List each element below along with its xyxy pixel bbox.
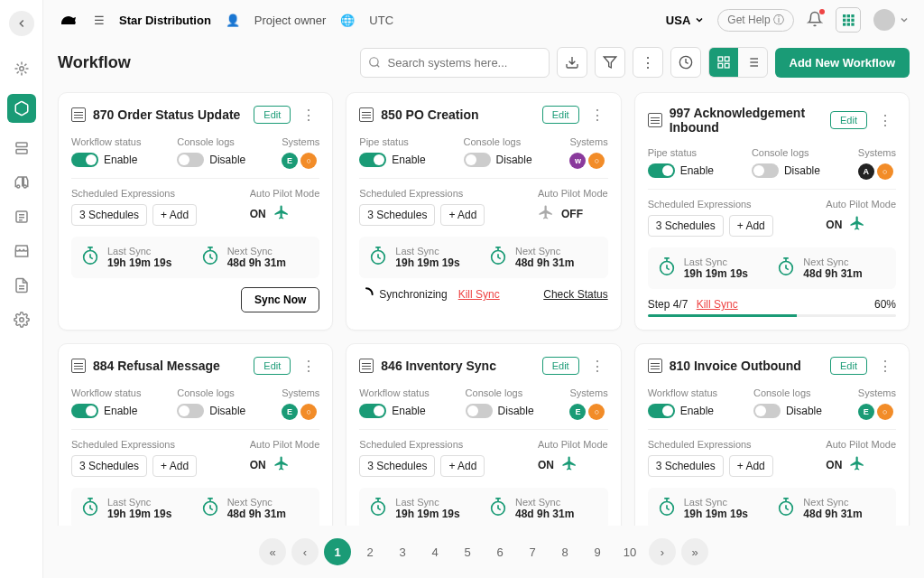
add-schedule-button[interactable]: + Add: [729, 455, 773, 477]
region-selector[interactable]: USA: [666, 14, 705, 27]
status-toggle[interactable]: [648, 163, 675, 178]
edit-button[interactable]: Edit: [542, 106, 579, 124]
nav-store-icon[interactable]: [13, 242, 31, 260]
kill-sync-link[interactable]: Kill Sync: [458, 288, 500, 301]
org-name[interactable]: Star Distribution: [119, 14, 211, 27]
status-toggle[interactable]: [359, 404, 386, 418]
page-number[interactable]: 9: [584, 538, 611, 565]
page-number[interactable]: 1: [324, 538, 351, 565]
search-input[interactable]: [360, 48, 550, 78]
plane-icon: [273, 204, 290, 223]
page-number[interactable]: 5: [454, 538, 481, 565]
status-text: Enable: [104, 154, 137, 166]
workflow-card: 884 Refusal Message Edit ⋮ Workflow stat…: [58, 343, 333, 526]
page-title: Workflow: [58, 53, 131, 72]
edit-button[interactable]: Edit: [542, 357, 579, 375]
doc-icon: [71, 107, 86, 122]
page-last[interactable]: »: [681, 538, 708, 565]
notifications-icon[interactable]: [807, 11, 823, 30]
add-workflow-button[interactable]: Add New Workflow: [775, 48, 910, 78]
page-number[interactable]: 10: [616, 538, 643, 565]
logs-toggle[interactable]: [177, 404, 204, 418]
logs-toggle[interactable]: [752, 163, 779, 178]
nav-integrations-icon[interactable]: [13, 60, 31, 78]
page-number[interactable]: 6: [486, 538, 513, 565]
card-more-icon[interactable]: ⋮: [298, 107, 319, 124]
nav-servers-icon[interactable]: [13, 139, 31, 157]
apps-grid-icon[interactable]: [836, 7, 861, 33]
autopilot-state: ON: [826, 219, 842, 231]
add-schedule-button[interactable]: + Add: [152, 204, 197, 226]
page-number[interactable]: 3: [389, 538, 416, 565]
nav-logs-icon[interactable]: [13, 208, 31, 226]
schedules-count[interactable]: 3 Schedules: [71, 455, 147, 477]
edit-button[interactable]: Edit: [830, 357, 867, 375]
status-toggle[interactable]: [71, 153, 98, 167]
timezone-label[interactable]: UTC: [369, 14, 393, 27]
last-sync-value: 19h 19m 19s: [684, 508, 748, 520]
get-help-button[interactable]: Get Help ⓘ: [717, 9, 794, 32]
list-view-button[interactable]: [738, 48, 767, 77]
page-prev[interactable]: ‹: [291, 538, 319, 565]
add-schedule-button[interactable]: + Add: [440, 204, 485, 226]
card-more-icon[interactable]: ⋮: [587, 358, 608, 375]
owner-label[interactable]: Project owner: [254, 14, 326, 27]
nav-settings-icon[interactable]: [13, 311, 31, 329]
plane-icon: [273, 455, 290, 474]
add-schedule-button[interactable]: + Add: [729, 215, 773, 237]
status-toggle[interactable]: [71, 404, 98, 418]
schedules-count[interactable]: 3 Schedules: [359, 204, 435, 226]
page-number[interactable]: 2: [356, 538, 383, 565]
add-schedule-button[interactable]: + Add: [440, 455, 485, 477]
workflow-card: 870 Order Status Update Edit ⋮ Workflow …: [58, 92, 333, 331]
logs-toggle[interactable]: [177, 153, 204, 167]
system-icons: E○: [858, 404, 896, 420]
status-label: Workflow status: [71, 387, 141, 398]
profile-menu[interactable]: [873, 9, 910, 31]
edit-button[interactable]: Edit: [254, 357, 291, 375]
sched-label: Scheduled Expressions: [648, 199, 773, 210]
more-button[interactable]: ⋮: [633, 47, 663, 78]
stopwatch-icon: [488, 497, 508, 520]
sync-now-button[interactable]: Sync Now: [241, 287, 319, 312]
edit-button[interactable]: Edit: [830, 111, 867, 129]
nav-workflow-icon[interactable]: [7, 94, 36, 123]
page-next[interactable]: ›: [649, 538, 676, 565]
page-number[interactable]: 7: [519, 538, 546, 565]
schedules-count[interactable]: 3 Schedules: [648, 455, 724, 477]
schedules-count[interactable]: 3 Schedules: [71, 204, 147, 226]
page-number[interactable]: 4: [421, 538, 448, 565]
stopwatch-icon: [80, 246, 100, 269]
schedules-count[interactable]: 3 Schedules: [359, 455, 435, 477]
logs-toggle[interactable]: [753, 404, 781, 418]
logs-toggle[interactable]: [464, 153, 491, 167]
logs-toggle[interactable]: [466, 404, 493, 418]
card-more-icon[interactable]: ⋮: [587, 107, 608, 124]
svg-point-6: [19, 318, 23, 322]
back-button[interactable]: [9, 11, 34, 36]
grid-view-button[interactable]: [709, 48, 738, 77]
nav-delivery-icon[interactable]: [13, 173, 31, 191]
card-more-icon[interactable]: ⋮: [298, 358, 319, 375]
status-toggle[interactable]: [359, 153, 386, 167]
schedules-count[interactable]: 3 Schedules: [648, 215, 724, 237]
status-toggle[interactable]: [648, 404, 675, 418]
workflow-card: 997 Acknowledgement Inbound Edit ⋮ Pipe …: [634, 92, 910, 331]
check-status-link[interactable]: Check Status: [543, 288, 607, 301]
download-button[interactable]: [557, 47, 587, 78]
add-schedule-button[interactable]: + Add: [152, 455, 197, 477]
page-number[interactable]: 8: [551, 538, 578, 565]
card-more-icon[interactable]: ⋮: [874, 358, 896, 375]
svg-rect-14: [847, 23, 850, 25]
next-sync-label: Next Sync: [227, 497, 286, 508]
card-more-icon[interactable]: ⋮: [874, 112, 896, 129]
history-button[interactable]: [670, 47, 701, 78]
page-first[interactable]: «: [259, 538, 286, 565]
nav-docs-icon[interactable]: [13, 276, 31, 294]
kill-sync-link[interactable]: Kill Sync: [697, 298, 738, 311]
system-icons: E○: [569, 404, 607, 420]
edit-button[interactable]: Edit: [254, 106, 291, 124]
stopwatch-icon: [80, 497, 100, 520]
filter-button[interactable]: [595, 47, 625, 78]
systems-label: Systems: [858, 387, 896, 398]
